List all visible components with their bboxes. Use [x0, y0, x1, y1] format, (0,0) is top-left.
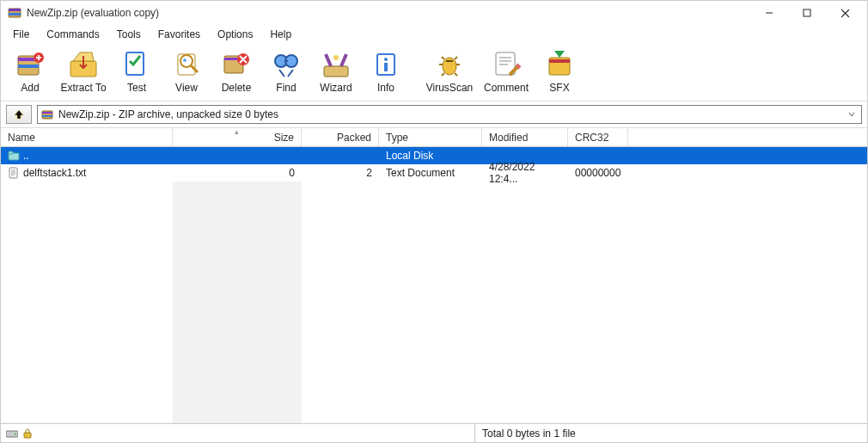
delete-icon	[221, 49, 252, 80]
svg-rect-35	[24, 433, 31, 438]
file-name: delftstack1.txt	[23, 167, 86, 179]
svg-point-19	[333, 55, 339, 60]
column-label: Name	[8, 132, 35, 144]
toolbar-find-button[interactable]: Find	[262, 47, 310, 95]
menu-tools[interactable]: Tools	[108, 27, 150, 42]
column-label: Type	[386, 132, 408, 144]
file-packed: 2	[366, 167, 372, 179]
toolbar-comment-button[interactable]: Comment	[479, 47, 534, 95]
svg-rect-2	[9, 13, 21, 15]
toolbar-label: Wizard	[320, 82, 351, 94]
toolbar-label: SFX	[549, 82, 569, 94]
svg-rect-22	[384, 63, 388, 71]
column-size[interactable]: ▴ Size	[173, 128, 302, 146]
toolbar-delete-button[interactable]: Delete	[212, 47, 260, 95]
table-header: Name ▴ Size Packed Type Modified CRC32	[1, 128, 867, 147]
svg-rect-18	[324, 66, 348, 77]
svg-rect-3	[804, 9, 810, 16]
view-icon	[171, 49, 202, 80]
column-packed[interactable]: Packed	[302, 128, 379, 146]
toolbar-sfx-button[interactable]: SFX	[535, 47, 584, 95]
menu-options[interactable]: Options	[209, 27, 261, 42]
svg-rect-29	[42, 115, 52, 117]
toolbar-label: VirusScan	[426, 82, 473, 94]
statusbar: Total 0 bytes in 1 file	[1, 423, 867, 442]
up-folder-button[interactable]	[6, 105, 32, 124]
toolbar-wizard-button[interactable]: Wizard	[312, 47, 360, 95]
file-type: Text Document	[386, 167, 455, 179]
file-crc: 00000000	[575, 167, 620, 179]
toolbar-label: Test	[127, 82, 146, 94]
menu-commands[interactable]: Commands	[38, 27, 107, 42]
folder-up-icon	[8, 150, 20, 162]
file-type: Local Disk	[386, 150, 433, 162]
sfx-icon	[544, 49, 575, 80]
toolbar: Add Extract To Test View Dele	[1, 44, 867, 102]
svg-rect-31	[9, 151, 13, 154]
sort-indicator-icon: ▴	[235, 127, 239, 136]
menu-favorites[interactable]: Favorites	[150, 27, 209, 42]
svg-rect-10	[178, 54, 195, 75]
up-arrow-icon	[13, 108, 25, 120]
table-row[interactable]: delftstack1.txt 0 2 Text Document 4/28/2…	[1, 164, 867, 182]
menubar: File Commands Tools Favorites Options He…	[1, 25, 867, 44]
test-icon	[121, 49, 152, 80]
file-modified: 4/28/2022 12:4...	[489, 161, 561, 185]
statusbar-total: Total 0 bytes in 1 file	[475, 428, 583, 440]
svg-rect-32	[9, 168, 17, 178]
toolbar-label: Add	[21, 82, 39, 94]
window-title: NewZip.zip (evaluation copy)	[27, 7, 159, 19]
column-type[interactable]: Type	[379, 128, 482, 146]
virusscan-icon	[434, 49, 465, 80]
file-list[interactable]: .. Local Disk delftstack1.txt 0 2 Text D…	[1, 147, 867, 423]
svg-rect-6	[18, 65, 39, 68]
svg-point-12	[183, 58, 186, 62]
add-icon	[15, 49, 46, 80]
column-crc32[interactable]: CRC32	[568, 128, 628, 146]
column-label: CRC32	[575, 132, 608, 144]
text-file-icon	[8, 167, 20, 179]
table-row[interactable]: .. Local Disk	[1, 147, 867, 164]
address-combobox[interactable]: NewZip.zip - ZIP archive, unpacked size …	[37, 105, 862, 124]
column-name[interactable]: Name	[1, 128, 173, 146]
titlebar: NewZip.zip (evaluation copy)	[1, 1, 867, 25]
archive-icon	[41, 108, 53, 120]
toolbar-view-button[interactable]: View	[162, 47, 211, 95]
info-icon	[370, 49, 401, 80]
file-name: ..	[23, 150, 29, 162]
toolbar-extract-button[interactable]: Extract To	[56, 47, 111, 95]
wizard-icon	[321, 49, 351, 80]
toolbar-label: Delete	[222, 82, 252, 94]
svg-point-21	[384, 58, 388, 61]
column-label: Modified	[489, 132, 528, 144]
menu-file[interactable]: File	[4, 27, 38, 42]
file-size: 0	[289, 167, 295, 179]
svg-point-34	[15, 433, 16, 434]
toolbar-label: Find	[276, 82, 296, 94]
statusbar-left	[1, 424, 475, 442]
lock-icon	[21, 428, 34, 439]
chevron-down-icon[interactable]	[846, 111, 858, 118]
toolbar-label: Comment	[484, 82, 529, 94]
close-button[interactable]	[826, 1, 864, 25]
maximize-button[interactable]	[788, 1, 826, 25]
column-label: Size	[274, 132, 294, 144]
address-row: NewZip.zip - ZIP archive, unpacked size …	[1, 102, 867, 128]
find-icon	[271, 49, 302, 80]
comment-icon	[491, 49, 522, 80]
svg-rect-26	[549, 59, 570, 63]
toolbar-virusscan-button[interactable]: VirusScan	[422, 47, 477, 95]
minimize-button[interactable]	[750, 1, 788, 25]
toolbar-label: Extract To	[60, 82, 106, 94]
menu-help[interactable]: Help	[261, 27, 300, 42]
svg-rect-1	[9, 9, 21, 11]
toolbar-info-button[interactable]: Info	[362, 47, 410, 95]
column-modified[interactable]: Modified	[482, 128, 568, 146]
extract-icon	[68, 49, 99, 80]
toolbar-label: View	[175, 82, 198, 94]
toolbar-label: Info	[377, 82, 394, 94]
app-icon	[8, 6, 21, 20]
svg-rect-28	[42, 112, 52, 114]
toolbar-test-button[interactable]: Test	[113, 47, 161, 95]
toolbar-add-button[interactable]: Add	[6, 47, 54, 95]
